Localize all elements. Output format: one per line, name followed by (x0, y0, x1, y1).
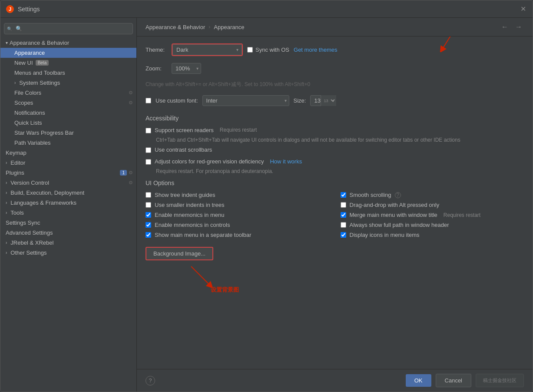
sidebar-item-label: Build, Execution, Deployment (10, 189, 84, 196)
screen-readers-hint: Ctrl+Tab and Ctrl+Shift+Tab will navigat… (156, 137, 522, 143)
sidebar-item-label: JRebel & XRebel (10, 239, 53, 246)
full-path-checkbox[interactable] (341, 222, 346, 228)
sidebar-item-label: System Settings (19, 80, 60, 86)
sidebar-item-appearance-behavior[interactable]: ▾ Appearance & Behavior (0, 38, 136, 48)
sidebar-item-version-control[interactable]: › Version Control ⚙ (0, 178, 136, 188)
sidebar-item-languages[interactable]: › Languages & Frameworks (0, 198, 136, 208)
breadcrumb-separator: › (209, 24, 210, 30)
search-input[interactable] (4, 23, 133, 34)
contrast-scrollbars-row: Use contrast scrollbars (146, 146, 522, 153)
expand-arrow: › (6, 160, 7, 165)
sidebar-item-star-wars[interactable]: Star Wars Progress Bar (0, 128, 136, 138)
sidebar-item-label: Star Wars Progress Bar (14, 130, 74, 136)
screen-readers-row: Support screen readers Requires restart (146, 127, 522, 133)
sync-os-checkbox-label[interactable]: Sync with OS (247, 47, 289, 53)
tree-indent-label: Show tree indent guides (155, 192, 215, 198)
theme-select[interactable]: Dark (172, 44, 242, 55)
requires-restart-label: Requires restart (220, 127, 257, 133)
ok-button[interactable]: OK (406, 374, 431, 387)
sidebar-item-keymap[interactable]: Keymap (0, 148, 136, 158)
display-icons-checkbox[interactable] (341, 232, 346, 238)
tree-indent-checkbox[interactable] (146, 192, 151, 198)
sidebar-item-menus-toolbars[interactable]: Menus and Toolbars (0, 68, 136, 78)
sidebar-item-quick-lists[interactable]: Quick Lists (0, 118, 136, 128)
sidebar-item-build[interactable]: › Build, Execution, Deployment (0, 188, 136, 198)
settings-icon: ⚙ (129, 90, 133, 96)
settings-icon: ⚙ (129, 170, 133, 176)
main-menu-toolbar-checkbox[interactable] (146, 232, 151, 238)
drag-drop-row: Drag-and-drop with Alt pressed only (341, 202, 523, 208)
sidebar-item-label: Notifications (14, 110, 45, 116)
sidebar-item-scopes[interactable]: Scopes ⚙ (0, 98, 136, 108)
smooth-scrolling-checkbox[interactable] (341, 192, 346, 198)
sidebar-item-tools[interactable]: › Tools (0, 208, 136, 218)
sidebar-item-label: Plugins (6, 169, 24, 176)
sidebar-item-label: Version Control (10, 179, 49, 186)
sidebar-item-new-ui[interactable]: New UI Beta (0, 58, 136, 68)
close-button[interactable]: ✕ (519, 5, 527, 13)
smaller-indents-label: Use smaller indents in trees (155, 202, 224, 208)
breadcrumb-back[interactable]: ← (500, 22, 510, 32)
main-menu-toolbar-row: Show main menu in a separate toolbar (146, 232, 328, 238)
sidebar-item-label: Scopes (14, 100, 33, 106)
smooth-scrolling-label: Smooth scrolling (350, 192, 391, 198)
display-icons-row: Display icons in menu items (341, 232, 523, 238)
full-path-label: Always show full path in window header (350, 222, 449, 228)
sidebar-item-file-colors[interactable]: File Colors ⚙ (0, 88, 136, 98)
titlebar: J Settings ✕ (0, 0, 533, 18)
font-size-select[interactable]: 13 (321, 95, 336, 106)
custom-font-checkbox[interactable] (146, 98, 151, 103)
merge-menu-checkbox[interactable] (341, 212, 346, 218)
sidebar-item-advanced-settings[interactable]: Advanced Settings (0, 228, 136, 238)
main-content: ▾ Appearance & Behavior Appearance New U… (0, 18, 533, 392)
color-deficiency-checkbox[interactable] (146, 159, 151, 165)
settings-icon: ⚙ (129, 100, 133, 106)
sync-os-checkbox[interactable] (247, 47, 253, 53)
search-box[interactable] (4, 23, 133, 34)
sidebar-item-plugins[interactable]: Plugins 1 ⚙ (0, 168, 136, 178)
mnemonics-controls-checkbox[interactable] (146, 222, 151, 228)
right-panel: Appearance & Behavior › Appearance ← → 设… (137, 18, 533, 392)
ui-options-grid: Show tree indent guides Smooth scrolling… (146, 192, 522, 238)
sidebar-item-appearance[interactable]: Appearance (0, 48, 136, 58)
sidebar-item-notifications[interactable]: Notifications (0, 108, 136, 118)
annotation-arrow-bg (189, 264, 241, 290)
sidebar-item-label: Appearance & Behavior (10, 40, 69, 46)
zoom-label: Zoom: (146, 65, 167, 72)
sidebar-item-system-settings[interactable]: › System Settings (0, 78, 136, 88)
sidebar-item-label: Editor (10, 159, 25, 166)
zoom-select[interactable]: 100% (172, 63, 201, 74)
tree-indent-row: Show tree indent guides (146, 192, 328, 198)
expand-arrow: › (6, 180, 7, 185)
mnemonics-menu-checkbox[interactable] (146, 212, 151, 218)
plugins-badge: 1 (120, 170, 127, 176)
smooth-scrolling-help-icon[interactable]: ? (395, 192, 401, 198)
expand-arrow: › (6, 250, 7, 255)
get-more-themes-link[interactable]: Get more themes (294, 47, 337, 53)
svg-line-3 (191, 266, 211, 286)
smaller-indents-checkbox[interactable] (146, 202, 151, 208)
screen-readers-checkbox[interactable] (146, 128, 151, 133)
sidebar-item-label: Menus and Toolbars (14, 70, 65, 76)
expand-arrow: › (14, 80, 16, 85)
sidebar-item-other-settings[interactable]: › Other Settings (0, 248, 136, 258)
font-select[interactable]: Inter (202, 95, 289, 106)
copy-button[interactable]: 稿士掘金技社区 (476, 374, 524, 387)
contrast-scrollbars-checkbox[interactable] (146, 147, 151, 153)
sidebar-item-label: Settings Sync (6, 219, 40, 226)
background-image-button[interactable]: Background Image... (146, 247, 213, 260)
sidebar-item-path-variables[interactable]: Path Variables (0, 138, 136, 148)
breadcrumb-current: Appearance (214, 24, 244, 30)
zoom-row: Zoom: 100% ▾ (146, 63, 522, 74)
sidebar: ▾ Appearance & Behavior Appearance New U… (0, 18, 137, 392)
sidebar-item-settings-sync[interactable]: Settings Sync (0, 218, 136, 228)
sidebar-item-jrebel[interactable]: › JRebel & XRebel (0, 238, 136, 248)
main-menu-toolbar-label: Show main menu in a separate toolbar (155, 232, 252, 238)
color-deficiency-label: Adjust colors for red-green vision defic… (155, 158, 264, 165)
sidebar-item-editor[interactable]: › Editor (0, 158, 136, 168)
how-it-works-link[interactable]: How it works (270, 158, 302, 165)
cancel-button[interactable]: Cancel (436, 374, 471, 387)
breadcrumb-forward[interactable]: → (513, 22, 524, 32)
help-button[interactable]: ? (146, 376, 155, 385)
drag-drop-checkbox[interactable] (341, 202, 346, 208)
